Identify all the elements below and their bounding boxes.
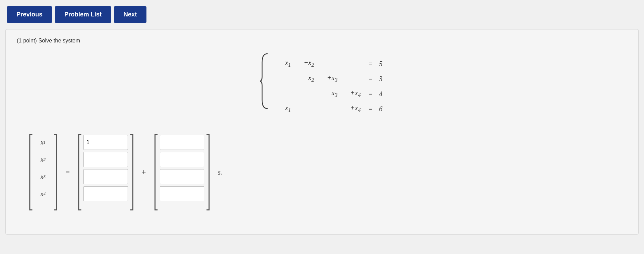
- left-brace-icon: [259, 52, 269, 110]
- var-x4: x4: [35, 186, 52, 201]
- equations-table: x1 +x2 = 5 x2 +x3 = 3: [272, 53, 385, 119]
- equation-row-4: x1 +x4 = 6: [275, 104, 383, 114]
- equals-sign: =: [65, 168, 70, 177]
- equation-row-1: x1 +x2 = 5: [275, 59, 383, 68]
- left-bracket-3-icon: [152, 133, 158, 212]
- var-x1: x1: [35, 135, 52, 150]
- variable-vector: x1 x2 x3 x4: [27, 133, 59, 212]
- problem-area: (1 point) Solve the system x1 +x2 = 5: [5, 29, 639, 234]
- input-v2-r2[interactable]: [160, 152, 204, 167]
- problem-list-button[interactable]: Problem List: [55, 6, 111, 23]
- input-v1-r2[interactable]: [83, 152, 128, 167]
- left-bracket-icon: [27, 133, 33, 212]
- var-x3: x3: [35, 169, 52, 184]
- input-v2-r1[interactable]: [160, 135, 204, 150]
- left-bracket-2-icon: [76, 133, 82, 212]
- input-v1-r1[interactable]: [83, 135, 128, 150]
- input-v2-r4[interactable]: [160, 186, 204, 201]
- first-input-vector: [76, 133, 136, 212]
- previous-button[interactable]: Previous: [7, 6, 52, 23]
- right-bracket-2-icon: [129, 133, 136, 212]
- first-input-column: [83, 133, 128, 212]
- second-input-column: [160, 133, 204, 212]
- next-button[interactable]: Next: [114, 6, 146, 23]
- second-input-vector: [152, 133, 212, 212]
- variable-vector-items: x1 x2 x3 x4: [35, 133, 52, 212]
- equation-row-2: x2 +x3 = 3: [275, 74, 383, 84]
- equation-row-3: x3 +x4 = 4: [275, 89, 383, 99]
- equation-system: x1 +x2 = 5 x2 +x3 = 3: [259, 52, 385, 119]
- input-v2-r3[interactable]: [160, 169, 204, 184]
- var-x2: x2: [35, 152, 52, 167]
- matrix-answer-area: x1 x2 x3 x4 =: [17, 133, 627, 212]
- input-v1-r3[interactable]: [83, 169, 128, 184]
- problem-header: (1 point) Solve the system: [17, 38, 627, 44]
- right-bracket-3-icon: [206, 133, 212, 212]
- system-equations-display: x1 +x2 = 5 x2 +x3 = 3: [17, 52, 627, 119]
- top-navigation: Previous Problem List Next: [0, 0, 644, 29]
- right-bracket-icon: [53, 133, 59, 212]
- input-v1-r4[interactable]: [83, 186, 128, 201]
- s-label: s.: [218, 168, 222, 176]
- plus-sign: +: [142, 168, 146, 177]
